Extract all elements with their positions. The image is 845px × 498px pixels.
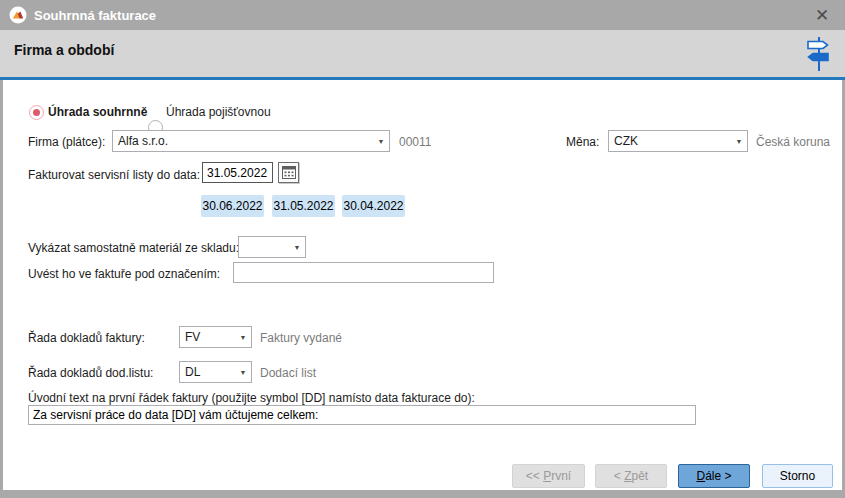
- invoice-until-date-input[interactable]: [202, 162, 273, 183]
- chevron-down-icon: ▼: [373, 138, 389, 145]
- intro-line-label: Úvodní text na první řádek faktury (použ…: [28, 391, 475, 405]
- calendar-icon: [282, 166, 296, 179]
- first-button[interactable]: << První: [512, 464, 585, 488]
- next-button[interactable]: Dále >: [678, 464, 750, 488]
- radio-uhrada-pojistovnou-label[interactable]: Úhrada pojišťovnou: [166, 105, 271, 119]
- currency-description: Česká koruna: [756, 135, 830, 149]
- delivery-series-value: DL: [180, 365, 235, 379]
- date-chip[interactable]: 30.04.2022: [342, 195, 405, 217]
- chevron-down-icon: ▼: [289, 244, 305, 251]
- date-chip[interactable]: 30.06.2022: [201, 195, 264, 217]
- dialog-window: Souhrnná fakturace ✕ Firma a období Úhra…: [0, 0, 845, 498]
- material-separately-label: Vykázat samostatně materiál ze skladu:: [28, 241, 239, 255]
- close-icon[interactable]: ✕: [809, 3, 835, 27]
- wizard-step-header: Firma a období: [0, 30, 845, 77]
- currency-label: Měna:: [566, 135, 599, 149]
- delivery-series-label: Řada dokladů dod.listu:: [28, 366, 153, 380]
- invoice-until-label: Fakturovat servisní listy do data:: [28, 168, 200, 182]
- delivery-series-select[interactable]: DL ▼: [179, 361, 252, 383]
- date-chip[interactable]: 31.05.2022: [272, 195, 335, 217]
- material-designation-input[interactable]: [233, 262, 494, 283]
- cancel-button[interactable]: Storno: [762, 464, 833, 488]
- app-logo-icon: [9, 6, 27, 24]
- firm-code: 00011: [399, 135, 431, 149]
- delivery-series-description: Dodací list: [260, 366, 316, 380]
- invoice-series-select[interactable]: FV ▼: [179, 326, 252, 348]
- back-button[interactable]: < Zpět: [595, 464, 667, 488]
- material-designation-label: Uvést ho ve faktuře pod označením:: [28, 267, 220, 281]
- window-title: Souhrnná fakturace: [34, 8, 156, 23]
- signpost-icon: [805, 36, 831, 75]
- currency-select[interactable]: CZK ▼: [608, 130, 748, 152]
- title-bar: Souhrnná fakturace ✕: [0, 0, 845, 30]
- invoice-series-value: FV: [180, 330, 235, 344]
- invoice-series-label: Řada dokladů faktury:: [28, 331, 145, 345]
- chevron-down-icon: ▼: [731, 138, 747, 145]
- chevron-down-icon: ▼: [235, 369, 251, 376]
- page-title: Firma a období: [14, 42, 114, 58]
- radio-uhrada-souhrnne[interactable]: [29, 105, 44, 120]
- firm-label: Firma (plátce):: [28, 135, 105, 149]
- intro-line-input[interactable]: [28, 405, 696, 425]
- material-separately-select[interactable]: ▼: [238, 236, 306, 258]
- calendar-button[interactable]: [278, 162, 299, 183]
- invoice-series-description: Faktury vydané: [260, 331, 342, 345]
- firm-select[interactable]: Alfa s.r.o. ▼: [112, 130, 390, 152]
- chevron-down-icon: ▼: [235, 334, 251, 341]
- currency-select-value: CZK: [609, 134, 731, 148]
- radio-uhrada-souhrnne-label[interactable]: Úhrada souhrnně: [48, 105, 147, 119]
- firm-select-value: Alfa s.r.o.: [113, 134, 373, 148]
